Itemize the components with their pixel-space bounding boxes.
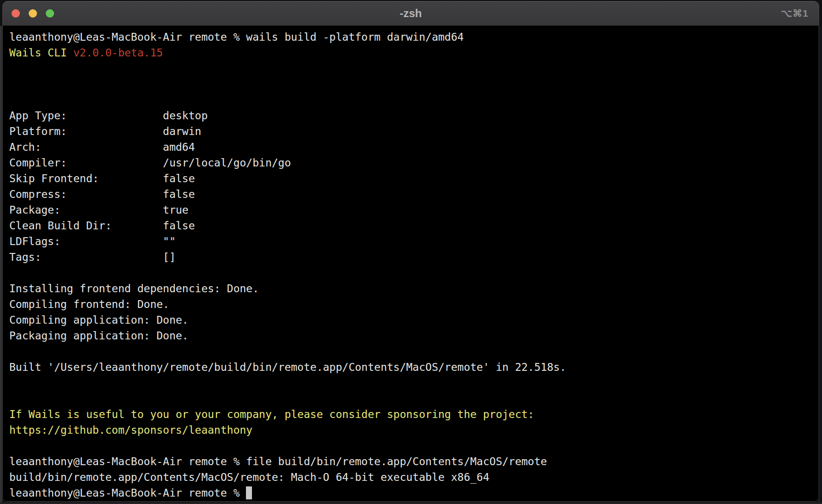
terminal-text-segment: Compiling application: Done. bbox=[9, 314, 189, 326]
terminal-text-segment: LDFlags: "" bbox=[9, 235, 176, 247]
terminal-line: Wails CLI v2.0.0-beta.15 bbox=[9, 45, 819, 61]
terminal-line bbox=[9, 265, 819, 281]
terminal-line: build/bin/remote.app/Contents/MacOS/remo… bbox=[9, 469, 819, 485]
terminal-line: Installing frontend dependencies: Done. bbox=[9, 281, 819, 296]
terminal-text-segment: Built '/Users/leaanthony/remote/build/bi… bbox=[9, 361, 566, 373]
terminal-text-segment: Compress: false bbox=[9, 188, 195, 200]
window-title: -zsh bbox=[3, 1, 819, 25]
terminal-text-segment: Installing frontend dependencies: Done. bbox=[9, 283, 259, 295]
terminal-line: Tags: [] bbox=[9, 249, 819, 265]
terminal-line bbox=[9, 391, 819, 406]
terminal-line bbox=[9, 375, 819, 391]
terminal-line: If Wails is useful to you or your compan… bbox=[9, 406, 819, 422]
terminal-text-segment: Wails CLI bbox=[9, 47, 73, 59]
background-edge-right bbox=[819, 26, 822, 504]
background-edge-bottom bbox=[0, 502, 822, 504]
terminal-text-segment: Platform: darwin bbox=[9, 125, 201, 137]
terminal-text-segment: Skip Frontend: false bbox=[9, 172, 195, 184]
terminal-line bbox=[9, 344, 819, 359]
terminal-line: Packaging application: Done. bbox=[9, 328, 819, 344]
terminal-line: leaanthony@Leas-MacBook-Air remote % fil… bbox=[9, 454, 819, 469]
terminal-line bbox=[9, 76, 819, 92]
window-shortcut-badge: ⌥⌘1 bbox=[781, 1, 809, 25]
terminal-text-segment: App Type: desktop bbox=[9, 110, 208, 122]
terminal-text-segment: https://github.com/sponsors/leaanthony bbox=[9, 424, 252, 436]
terminal-text-segment: leaanthony@Leas-MacBook-Air remote % bbox=[9, 487, 246, 499]
terminal-line: Compress: false bbox=[9, 186, 819, 202]
terminal-text-segment: v2.0.0-beta.15 bbox=[73, 47, 163, 59]
terminal-line: Clean Build Dir: false bbox=[9, 218, 819, 234]
terminal-line bbox=[9, 61, 819, 76]
terminal-line: Built '/Users/leaanthony/remote/build/bi… bbox=[9, 359, 819, 375]
terminal-line: Compiling application: Done. bbox=[9, 312, 819, 328]
traffic-lights bbox=[12, 9, 54, 18]
terminal-line: https://github.com/sponsors/leaanthony bbox=[9, 422, 819, 438]
terminal-text-segment: If Wails is useful to you or your compan… bbox=[9, 408, 534, 420]
terminal-line bbox=[9, 92, 819, 108]
terminal-text-segment: leaanthony@Leas-MacBook-Air remote % fil… bbox=[9, 455, 547, 467]
terminal-output[interactable]: leaanthony@Leas-MacBook-Air remote % wai… bbox=[3, 26, 819, 501]
terminal-text-segment: leaanthony@Leas-MacBook-Air remote % wai… bbox=[9, 31, 464, 43]
terminal-text-segment: Clean Build Dir: false bbox=[9, 220, 195, 232]
terminal-text-segment: Tags: [] bbox=[9, 251, 176, 263]
terminal-line: LDFlags: "" bbox=[9, 234, 819, 249]
title-bar[interactable]: -zsh ⌥⌘1 bbox=[3, 1, 819, 26]
close-button[interactable] bbox=[12, 9, 20, 18]
terminal-text-segment: Compiling frontend: Done. bbox=[9, 298, 169, 310]
terminal-text-segment: build/bin/remote.app/Contents/MacOS/remo… bbox=[9, 471, 490, 483]
terminal-line: App Type: desktop bbox=[9, 108, 819, 123]
terminal-line: Compiling frontend: Done. bbox=[9, 296, 819, 312]
terminal-line: Arch: amd64 bbox=[9, 139, 819, 155]
zoom-button[interactable] bbox=[46, 9, 54, 18]
terminal-line: Compiler: /usr/local/go/bin/go bbox=[9, 155, 819, 171]
terminal-line: leaanthony@Leas-MacBook-Air remote % bbox=[9, 485, 819, 501]
terminal-text-segment: Packaging application: Done. bbox=[9, 330, 189, 342]
terminal-window: -zsh ⌥⌘1 leaanthony@Leas-MacBook-Air rem… bbox=[2, 1, 819, 502]
terminal-text-segment: Arch: amd64 bbox=[9, 141, 195, 153]
terminal-text-segment: Package: true bbox=[9, 204, 189, 216]
terminal-line: Platform: darwin bbox=[9, 123, 819, 139]
minimize-button[interactable] bbox=[29, 9, 37, 18]
terminal-line bbox=[9, 438, 819, 454]
terminal-line: leaanthony@Leas-MacBook-Air remote % wai… bbox=[9, 29, 819, 45]
terminal-text-segment: Compiler: /usr/local/go/bin/go bbox=[9, 157, 291, 169]
terminal-line: Skip Frontend: false bbox=[9, 171, 819, 186]
terminal-line: Package: true bbox=[9, 202, 819, 218]
terminal-cursor bbox=[246, 486, 252, 499]
